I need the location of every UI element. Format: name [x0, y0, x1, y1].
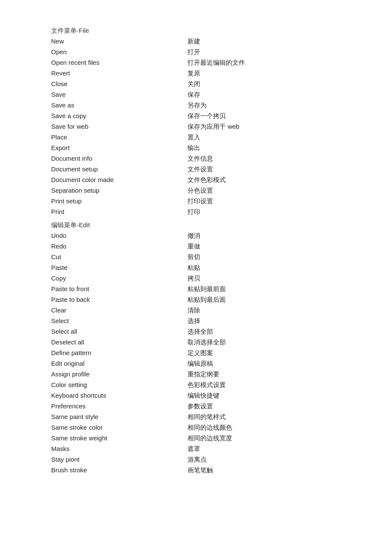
menu-item-chinese: 复原: [187, 68, 349, 79]
menu-item-chinese: 分色设置: [187, 185, 349, 196]
menu-item-row: Clear清除: [51, 305, 349, 316]
menu-item-chinese: 保存: [187, 90, 349, 100]
menu-item-english: Cut: [51, 252, 187, 263]
menu-item-row: Preferences参数设置: [51, 401, 349, 412]
menu-item-row: Export输出: [51, 143, 349, 153]
menu-item-english: Place: [51, 132, 187, 143]
menu-item-english: Export: [51, 143, 187, 153]
menu-item-chinese: 相同的边线颜色: [187, 422, 349, 433]
menu-item-english: Preferences: [51, 401, 187, 412]
menu-item-english: Document info: [51, 153, 187, 164]
menu-item-row: Open recent files打开最近编辑的文件: [51, 58, 349, 68]
menu-item-english: Copy: [51, 273, 187, 284]
menu-item-chinese: 参数设置: [187, 401, 349, 412]
menu-item-english: Open recent files: [51, 58, 187, 68]
menu-item-english: Define pattern: [51, 348, 187, 358]
menu-item-row: Open打开: [51, 47, 349, 58]
menu-item-row: Document info文件信息: [51, 153, 349, 164]
menu-item-english: Print setup: [51, 196, 187, 207]
menu-item-chinese: 相同的笔样式: [187, 412, 349, 422]
menu-item-row: Print打印: [51, 207, 349, 217]
menu-item-english: Clear: [51, 305, 187, 316]
menu-item-chinese: 文件色彩模式: [187, 175, 349, 185]
menu-item-chinese: 游离点: [187, 454, 349, 465]
menu-item-chinese: 另存为: [187, 100, 349, 111]
menu-item-row: Undo撤消: [51, 231, 349, 241]
menu-item-chinese: 编辑原稿: [187, 358, 349, 369]
menu-item-english: Save a copy: [51, 111, 187, 121]
menu-item-row: Document setup文件设置: [51, 164, 349, 175]
menu-item-row: New新建: [51, 36, 349, 47]
menu-item-english: Open: [51, 47, 187, 58]
menu-item-chinese: 打开: [187, 47, 349, 58]
menu-item-row: Keyboard shortcuts编辑快捷键: [51, 390, 349, 401]
menu-item-chinese: 拷贝: [187, 273, 349, 284]
menu-item-chinese: 撤消: [187, 231, 349, 241]
menu-item-english: Select: [51, 316, 187, 327]
menu-item-row: Paste to back粘贴到最后面: [51, 295, 349, 305]
menu-item-chinese: 选择全部: [187, 327, 349, 337]
menu-item-english: Close: [51, 79, 187, 90]
menu-item-chinese: 粘贴到最前面: [187, 284, 349, 295]
menu-item-row: Redo重做: [51, 241, 349, 252]
menu-item-row: Assign profile重指定纲要: [51, 369, 349, 380]
menu-item-row: Masks遮罩: [51, 444, 349, 454]
menu-item-chinese: 打印: [187, 207, 349, 217]
menu-item-chinese: 置入: [187, 132, 349, 143]
menu-item-chinese: 保存为应用于 web: [187, 121, 349, 132]
menu-item-english: Same paint style: [51, 412, 187, 422]
menu-item-english: Same stroke color: [51, 422, 187, 433]
menu-item-english: Edit original: [51, 358, 187, 369]
menu-item-english: Redo: [51, 241, 187, 252]
menu-reference-table: 文件菜单-FileNew新建Open打开Open recent files打开最…: [51, 26, 349, 478]
menu-item-chinese: 粘贴: [187, 263, 349, 273]
menu-item-chinese: 重指定纲要: [187, 369, 349, 380]
menu-item-english: Document color made: [51, 175, 187, 185]
menu-item-row: Save as另存为: [51, 100, 349, 111]
menu-item-row: Place置入: [51, 132, 349, 143]
menu-item-row: Document color made文件色彩模式: [51, 175, 349, 185]
menu-item-chinese: 文件设置: [187, 164, 349, 175]
menu-item-english: Paste to back: [51, 295, 187, 305]
menu-item-english: Stay piont: [51, 454, 187, 465]
menu-item-chinese: 打开最近编辑的文件: [187, 58, 349, 68]
menu-item-chinese: 定义图案: [187, 348, 349, 358]
menu-item-row: Paste to front粘贴到最前面: [51, 284, 349, 295]
menu-item-english: Save as: [51, 100, 187, 111]
menu-item-row: Close关闭: [51, 79, 349, 90]
menu-item-row: Select选择: [51, 316, 349, 327]
menu-item-row: Color setting色彩模式设置: [51, 380, 349, 390]
menu-item-english: Undo: [51, 231, 187, 241]
menu-item-row: Copy拷贝: [51, 273, 349, 284]
menu-item-english: Paste: [51, 263, 187, 273]
menu-item-row: Define pattern定义图案: [51, 348, 349, 358]
menu-item-chinese: 画笔笔触: [187, 465, 349, 476]
menu-item-chinese: 打印设置: [187, 196, 349, 207]
menu-item-row: Stay piont游离点: [51, 454, 349, 465]
menu-item-row: Save a copy保存一个拷贝: [51, 111, 349, 121]
menu-item-english: Separation setup: [51, 185, 187, 196]
menu-item-english: Revert: [51, 68, 187, 79]
menu-item-row: Separation setup分色设置: [51, 185, 349, 196]
menu-item-english: Brush stroke: [51, 465, 187, 476]
menu-item-row: Edit original编辑原稿: [51, 358, 349, 369]
menu-item-row: Revert复原: [51, 68, 349, 79]
menu-item-chinese: 相同的边线宽度: [187, 433, 349, 444]
menu-item-row: Save for web保存为应用于 web: [51, 121, 349, 132]
menu-item-chinese: 粘贴到最后面: [187, 295, 349, 305]
menu-item-english: Same stroke weight: [51, 433, 187, 444]
menu-item-chinese: 新建: [187, 36, 349, 47]
menu-item-english: Save for web: [51, 121, 187, 132]
menu-item-row: Same stroke weight相同的边线宽度: [51, 433, 349, 444]
menu-item-english: Color setting: [51, 380, 187, 390]
menu-item-chinese: 文件信息: [187, 153, 349, 164]
menu-item-row: Cut剪切: [51, 252, 349, 263]
menu-item-row: Paste粘贴: [51, 263, 349, 273]
menu-item-chinese: 保存一个拷贝: [187, 111, 349, 121]
menu-item-english: Paste to front: [51, 284, 187, 295]
menu-item-english: Assign profile: [51, 369, 187, 380]
menu-item-chinese: 遮罩: [187, 444, 349, 454]
menu-item-row: Deselect all取消选择全部: [51, 337, 349, 348]
menu-item-english: Masks: [51, 444, 187, 454]
menu-item-chinese: 选择: [187, 316, 349, 327]
